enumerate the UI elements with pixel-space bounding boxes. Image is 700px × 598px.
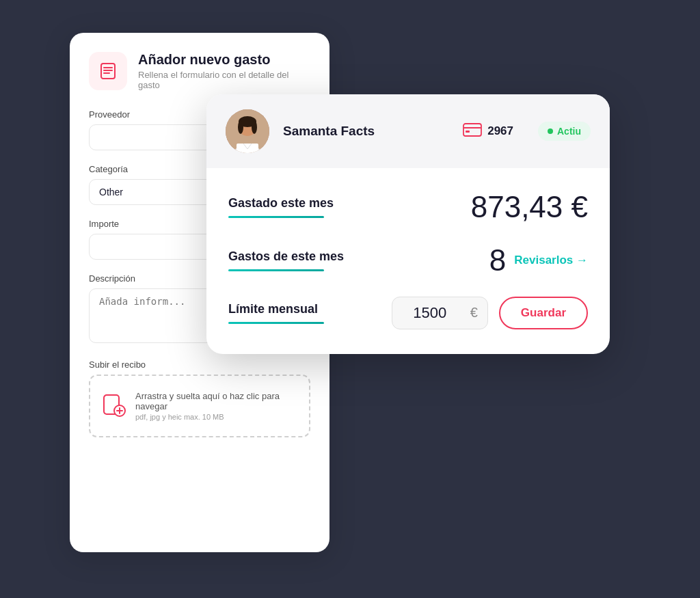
upload-primary-text: Arrastra y suelta aquí o haz clic para n… bbox=[135, 391, 298, 411]
limite-row: Límite mensual € Guardar bbox=[228, 297, 588, 329]
upload-text: Arrastra y suelta aquí o haz clic para n… bbox=[135, 391, 298, 421]
limit-currency: € bbox=[468, 305, 487, 321]
limite-underline bbox=[228, 322, 324, 324]
gastos-underline bbox=[228, 269, 324, 271]
avatar bbox=[226, 109, 269, 153]
gastos-right: 8 Revisarlos → bbox=[489, 243, 588, 277]
status-text: Actiu bbox=[557, 126, 581, 137]
svg-rect-15 bbox=[463, 124, 481, 136]
limite-label: Límite mensual bbox=[228, 302, 392, 316]
user-name: Samanta Facts bbox=[283, 124, 449, 139]
upload-icon bbox=[101, 392, 126, 420]
upload-secondary-text: pdf, jpg y heic max. 10 MB bbox=[135, 413, 298, 421]
avatar-image bbox=[226, 109, 269, 153]
gastos-count: 8 bbox=[489, 243, 506, 277]
svg-rect-17 bbox=[466, 131, 470, 133]
detail-card: Samanta Facts 2967 Actiu bbox=[206, 94, 610, 354]
gastos-label-wrap: Gastos de este mes bbox=[228, 249, 489, 271]
card-number: 2967 bbox=[487, 124, 513, 138]
detail-card-header: Samanta Facts 2967 Actiu bbox=[206, 94, 610, 168]
save-button[interactable]: Guardar bbox=[499, 297, 588, 329]
form-title: Añador nuevo gasto bbox=[138, 52, 310, 68]
gastado-label: Gastado este mes bbox=[228, 196, 471, 210]
receipt-icon bbox=[98, 62, 118, 81]
card-icon bbox=[463, 123, 482, 139]
gastado-row: Gastado este mes 873,43 € bbox=[228, 190, 588, 224]
upload-label: Subir el recibo bbox=[89, 359, 310, 370]
limite-label-wrap: Límite mensual bbox=[228, 302, 392, 324]
detail-card-body: Gastado este mes 873,43 € Gastos de este… bbox=[206, 168, 610, 354]
gastado-value: 873,43 € bbox=[471, 190, 588, 224]
svg-point-12 bbox=[238, 120, 243, 134]
limit-input-wrap: € bbox=[392, 297, 488, 329]
form-subtitle: Rellena el formulario con el detalle del… bbox=[138, 70, 310, 90]
form-icon bbox=[89, 52, 127, 90]
review-link[interactable]: Revisarlos → bbox=[514, 254, 588, 267]
form-header-text: Añador nuevo gasto Rellena el formulario… bbox=[138, 52, 310, 90]
card-chip: 2967 bbox=[463, 123, 513, 139]
upload-field: Subir el recibo Arrastra y suelta aquí o… bbox=[89, 359, 310, 437]
form-card-header: Añador nuevo gasto Rellena el formulario… bbox=[89, 52, 310, 90]
gastos-label: Gastos de este mes bbox=[228, 249, 489, 264]
status-dot bbox=[548, 128, 553, 134]
limit-input[interactable] bbox=[392, 297, 468, 329]
status-badge: Actiu bbox=[538, 122, 591, 141]
gastos-row: Gastos de este mes 8 Revisarlos → bbox=[228, 243, 588, 277]
svg-point-13 bbox=[252, 120, 257, 134]
upload-dropzone[interactable]: Arrastra y suelta aquí o haz clic para n… bbox=[89, 375, 310, 437]
svg-rect-14 bbox=[237, 144, 258, 153]
gastado-label-wrap: Gastado este mes bbox=[228, 196, 471, 218]
gastado-underline bbox=[228, 216, 324, 218]
